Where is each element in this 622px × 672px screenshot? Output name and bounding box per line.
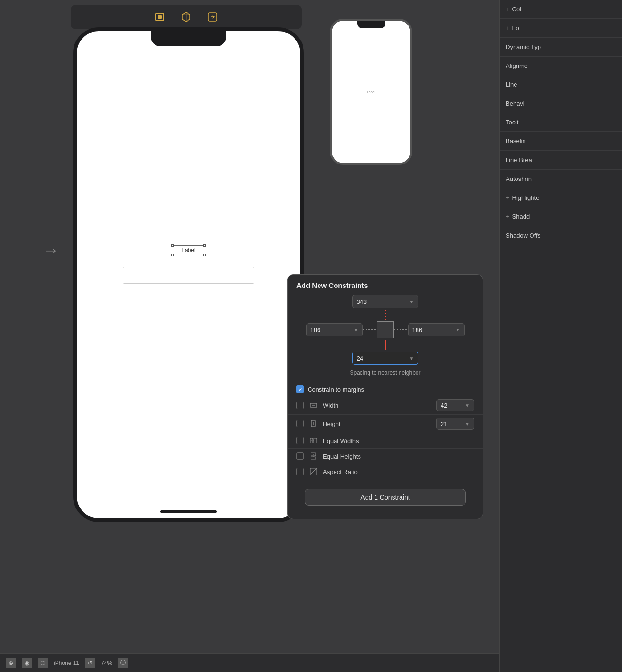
width-dropdown-arrow: ▼ [465, 403, 470, 408]
right-panel-dynamic: Dynamic Typ [500, 38, 622, 57]
svg-line-14 [310, 468, 317, 475]
plus-icon-col: + [506, 6, 509, 13]
iphone-preview: Label [330, 19, 412, 165]
shadowoffs-label: Shadow Offs [506, 232, 540, 239]
bottom-spacing-input[interactable]: 24 ▼ [352, 352, 418, 365]
equal-heights-checkbox[interactable] [296, 452, 304, 460]
label-element[interactable]: Label [170, 243, 207, 257]
arrow-icon[interactable] [206, 10, 219, 24]
highlight-label: Highlighte [512, 194, 540, 201]
spacing-area: 343 ▼ 186 ▼ 186 ▼ 24 [288, 295, 483, 383]
center-square [377, 321, 394, 338]
bottom-icon-1[interactable]: ⊕ [6, 658, 16, 668]
stop-icon[interactable] [153, 10, 166, 24]
bottom-connector [385, 340, 386, 350]
autoshr-label: Autoshrin [506, 175, 532, 182]
height-label: Height [323, 420, 432, 427]
baseline-label: Baselin [506, 138, 526, 145]
constrain-margins-checkbox[interactable]: ✓ [296, 385, 304, 393]
aspect-ratio-row: Aspect Ratio [288, 464, 483, 479]
iphone-preview-inner: Label [332, 21, 410, 163]
width-label: Width [323, 402, 432, 409]
linebrea-label: Line Brea [506, 156, 532, 164]
add-button-container: Add 1 Constraint [288, 479, 483, 519]
height-dropdown-arrow: ▼ [465, 421, 470, 426]
right-panel-highlight: + Highlighte [500, 188, 622, 207]
right-panel-line: Line [500, 75, 622, 94]
right-panel-behav: Behavi [500, 94, 622, 113]
spacing-label: Spacing to nearest neighbor [350, 369, 420, 376]
right-panel-align: Alignme [500, 57, 622, 75]
toolbar [71, 5, 302, 29]
iphone-notch [151, 31, 226, 46]
left-spacing-input[interactable]: 186 ▼ [306, 323, 363, 336]
constraints-panel: Add New Constraints 343 ▼ 186 ▼ 186 [287, 274, 483, 519]
bottom-toolbar: ⊕ ◉ ⬡ iPhone 11 ↺ 74% ⓘ [0, 653, 499, 672]
right-panel-shad: + Shadd [500, 207, 622, 226]
height-value-input[interactable]: 21 ▼ [436, 418, 474, 430]
right-panel-toolt: Toolt [500, 113, 622, 132]
middle-row: 186 ▼ 186 ▼ [306, 321, 465, 338]
bottom-icon-4[interactable]: ↺ [85, 658, 95, 668]
right-panel-baseline: Baselin [500, 132, 622, 151]
constraints-title: Add New Constraints [288, 275, 483, 295]
bottom-icon-2[interactable]: ◉ [22, 658, 32, 668]
shad-label: Shadd [512, 213, 530, 220]
left-spacing-value: 186 [311, 327, 321, 334]
aspect-ratio-icon [309, 467, 318, 476]
right-spacing-input[interactable]: 186 ▼ [408, 323, 465, 336]
label-selection-box: Label [172, 245, 205, 255]
bottom-icon-3[interactable]: ⬡ [38, 658, 48, 668]
equal-widths-checkbox[interactable] [296, 437, 304, 444]
equal-heights-icon [309, 451, 318, 461]
right-panel-autoshr: Autoshrin [500, 170, 622, 188]
add-constraint-button[interactable]: Add 1 Constraint [305, 489, 466, 506]
bottom-device-label: iPhone 11 [54, 660, 79, 666]
left-connector [363, 329, 377, 330]
equal-widths-label: Equal Widths [323, 437, 474, 444]
bottom-spacing-value: 24 [357, 355, 363, 362]
canvas-arrow: → [42, 240, 59, 260]
width-value-text: 42 [441, 402, 447, 409]
plus-icon-sh: + [506, 213, 509, 220]
right-spacing-value: 186 [412, 327, 423, 334]
home-indicator [160, 510, 217, 513]
height-checkbox[interactable] [296, 420, 304, 427]
bottom-zoom: 74% [101, 660, 112, 666]
equal-heights-row: Equal Heights [288, 448, 483, 464]
svg-rect-1 [158, 15, 162, 19]
cube-icon[interactable] [180, 10, 193, 24]
handle-bottom-left[interactable] [171, 254, 174, 256]
aspect-ratio-checkbox[interactable] [296, 468, 304, 475]
right-panel-fo: + Fo [500, 19, 622, 38]
right-panel: + Col + Fo Dynamic Typ Alignme Line Beha… [499, 0, 622, 672]
constrain-margins-label: Constrain to margins [308, 386, 364, 393]
width-value-input[interactable]: 42 ▼ [436, 399, 474, 411]
preview-label: Label [367, 90, 375, 94]
right-panel-shadowoffs: Shadow Offs [500, 226, 622, 245]
handle-top-right[interactable] [203, 244, 206, 247]
top-spacing-value: 343 [357, 298, 367, 305]
bottom-icon-5[interactable]: ⓘ [118, 658, 128, 668]
equal-widths-row: Equal Widths [288, 433, 483, 448]
handle-top-left[interactable] [171, 244, 174, 247]
equal-widths-icon [309, 436, 318, 445]
height-icon [309, 419, 318, 428]
plus-icon-hl: + [506, 194, 509, 201]
handle-bottom-right[interactable] [203, 254, 206, 256]
left-dropdown-arrow: ▼ [354, 328, 359, 333]
top-spacing-input[interactable]: 343 ▼ [352, 295, 418, 308]
iphone-textfield[interactable] [123, 267, 254, 284]
equal-heights-label: Equal Heights [323, 453, 474, 460]
right-dropdown-arrow: ▼ [456, 328, 460, 333]
bottom-dropdown-arrow: ▼ [409, 356, 414, 361]
top-dropdown-arrow: ▼ [409, 299, 414, 304]
fo-label: Fo [512, 25, 519, 32]
width-row: Width 42 ▼ [288, 396, 483, 414]
dynamic-label: Dynamic Typ [506, 43, 541, 50]
width-checkbox[interactable] [296, 402, 304, 409]
behav-label: Behavi [506, 100, 524, 107]
right-panel-linebrea: Line Brea [500, 151, 622, 170]
iphone-mockup: Label [73, 27, 304, 522]
toolt-label: Toolt [506, 119, 518, 126]
